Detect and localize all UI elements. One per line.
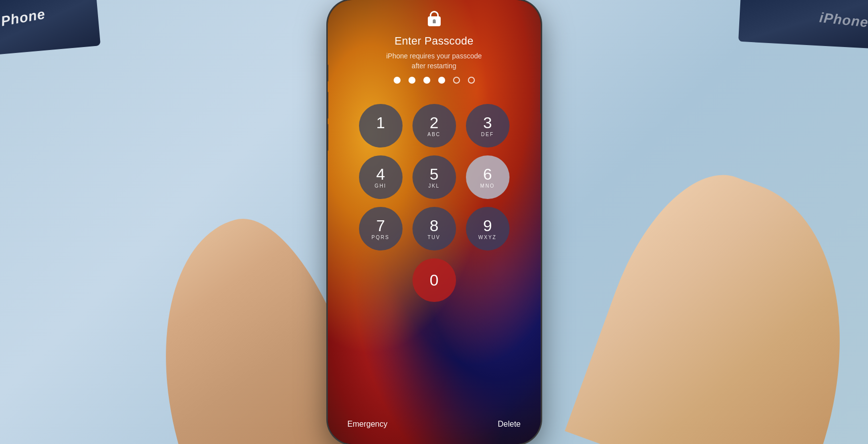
dot-2 — [408, 77, 415, 84]
key-1[interactable]: 1 — [359, 104, 403, 148]
bottom-bar: Emergency Delete — [328, 404, 541, 444]
key-9-num: 9 — [483, 218, 492, 234]
key-5-num: 5 — [430, 166, 438, 182]
iphone-screen: Enter Passcode iPhone requires your pass… — [328, 0, 541, 444]
key-1-letters — [379, 132, 382, 137]
key-9-letters: WXYZ — [478, 235, 497, 240]
dot-5 — [453, 77, 460, 84]
passcode-title-area: Enter Passcode iPhone requires your pass… — [328, 35, 541, 71]
key-7-num: 7 — [376, 218, 385, 234]
iphone-brand-left: iPhone — [0, 6, 47, 30]
key-4[interactable]: 4 GHI — [359, 155, 403, 199]
iphone-box-decoration-left: iPhone — [0, 0, 101, 55]
keypad-row-4: 0 — [343, 258, 526, 302]
key-6-letters: MNO — [480, 183, 495, 189]
key-9[interactable]: 9 WXYZ — [466, 207, 510, 250]
passcode-subtitle: iPhone requires your passcodeafter resta… — [328, 51, 541, 71]
power-button — [540, 79, 541, 114]
key-0-num: 0 — [430, 272, 438, 288]
dot-4 — [438, 77, 445, 84]
keypad: 1 2 ABC 3 DEF 4 GHI 5 — [328, 104, 541, 310]
keypad-row-3: 7 PQRS 8 TUV 9 WXYZ — [343, 207, 526, 250]
iphone-device: Enter Passcode iPhone requires your pass… — [328, 0, 541, 444]
key-5[interactable]: 5 JKL — [412, 155, 456, 199]
key-0[interactable]: 0 — [412, 258, 456, 302]
key-4-letters: GHI — [375, 183, 387, 189]
key-7-letters: PQRS — [371, 235, 389, 240]
key-2-letters: ABC — [427, 132, 441, 137]
volume-down-button — [328, 124, 328, 151]
key-3-letters: DEF — [481, 132, 494, 137]
dot-6 — [468, 77, 475, 84]
key-8[interactable]: 8 TUV — [412, 207, 456, 250]
emergency-button[interactable]: Emergency — [343, 415, 393, 434]
key-6-num: 6 — [483, 166, 492, 182]
key-7[interactable]: 7 PQRS — [359, 207, 403, 250]
key-1-num: 1 — [376, 115, 385, 131]
passcode-title: Enter Passcode — [328, 35, 541, 48]
key-3[interactable]: 3 DEF — [466, 104, 510, 148]
delete-button[interactable]: Delete — [493, 415, 525, 434]
key-8-letters: TUV — [428, 235, 441, 240]
key-2-num: 2 — [430, 115, 438, 131]
lock-body — [428, 16, 441, 26]
iphone-box-decoration-right: iPhone — [738, 0, 868, 49]
key-3-num: 3 — [483, 115, 492, 131]
lock-keyhole — [433, 19, 436, 23]
key-8-num: 8 — [430, 218, 438, 234]
key-2[interactable]: 2 ABC — [412, 104, 456, 148]
key-5-letters: JKL — [428, 183, 440, 189]
key-4-num: 4 — [376, 166, 385, 182]
mute-button — [328, 64, 328, 82]
iphone-brand-right: iPhone — [818, 10, 868, 31]
keypad-row-1: 1 2 ABC 3 DEF — [343, 104, 526, 148]
dot-3 — [423, 77, 430, 84]
keypad-row-2: 4 GHI 5 JKL 6 MNO — [343, 155, 526, 199]
passcode-dots — [328, 77, 541, 84]
lock-icon — [427, 11, 442, 28]
key-6[interactable]: 6 MNO — [466, 155, 510, 199]
volume-up-button — [328, 92, 328, 119]
dot-1 — [394, 77, 401, 84]
